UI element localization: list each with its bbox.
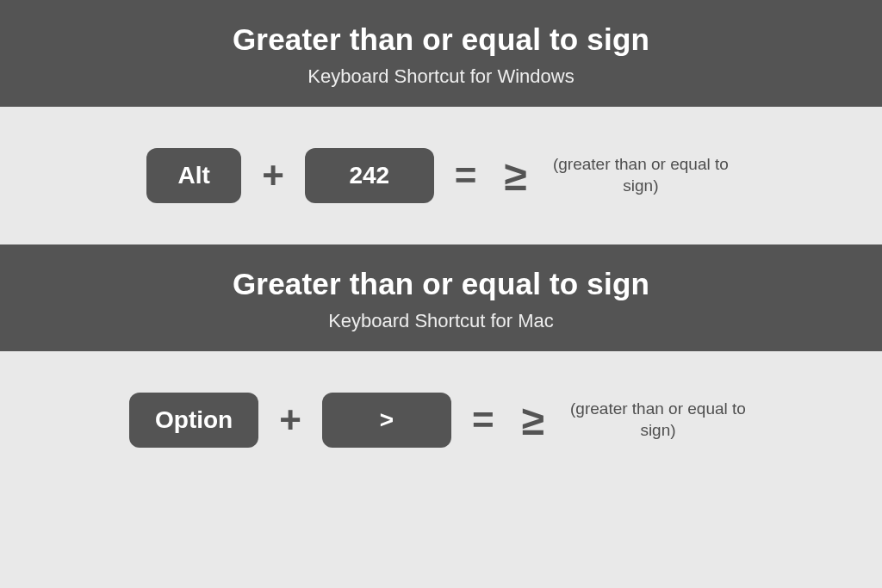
equals-operator-mac: = [467, 399, 500, 442]
mac-title: Greater than or equal to sign [17, 267, 865, 301]
option-key: Option [129, 393, 258, 448]
equals-operator: = [450, 154, 482, 197]
alt-key: Alt [146, 148, 241, 203]
mac-shortcut-row: Option + > = ≥ (greater than or equal to… [0, 351, 882, 489]
mac-subtitle: Keyboard Shortcut for Mac [17, 310, 865, 332]
windows-subtitle: Keyboard Shortcut for Windows [17, 65, 865, 88]
mac-section-header: Greater than or equal to sign Keyboard S… [0, 244, 882, 351]
gte-label-mac: (greater than or equal to sign) [563, 399, 753, 441]
code-242-key: 242 [305, 148, 434, 203]
gte-symbol-mac: ≥ [515, 397, 548, 444]
windows-section-header: Greater than or equal to sign Keyboard S… [0, 0, 882, 107]
gt-key: > [322, 393, 451, 448]
windows-title: Greater than or equal to sign [17, 22, 865, 57]
plus-operator: + [257, 154, 289, 197]
gte-label: (greater than or equal to sign) [546, 154, 736, 196]
windows-shortcut-row: Alt + 242 = ≥ (greater than or equal to … [0, 107, 882, 244]
gte-symbol: ≥ [498, 152, 531, 200]
plus-operator-mac: + [274, 399, 307, 442]
